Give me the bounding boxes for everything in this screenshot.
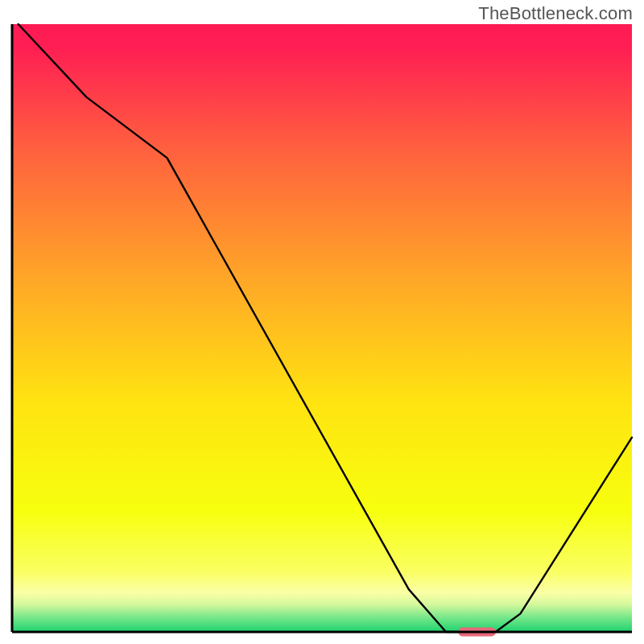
watermark-text: TheBottleneck.com	[478, 3, 633, 24]
bottleneck-chart	[0, 0, 644, 644]
plot-background	[12, 24, 632, 632]
chart-container: TheBottleneck.com	[0, 0, 644, 644]
